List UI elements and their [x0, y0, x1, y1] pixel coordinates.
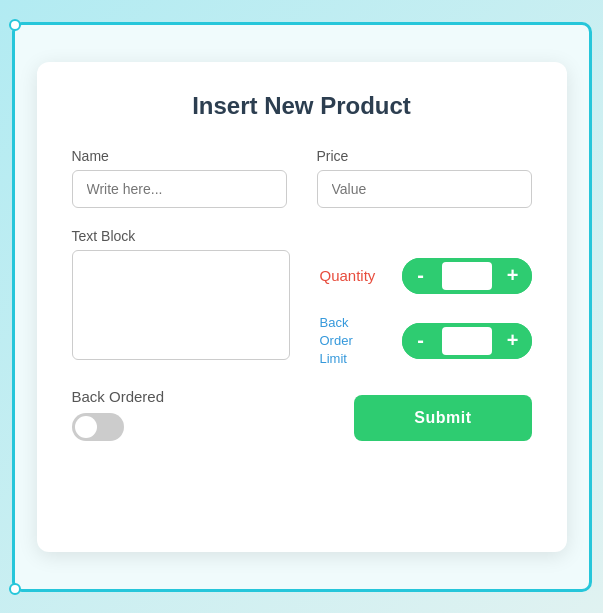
text-block-form-group: Text Block	[72, 228, 290, 360]
right-middle: Quantity - + BackOrderLimit - +	[320, 228, 532, 369]
quantity-value[interactable]	[442, 262, 492, 290]
price-input[interactable]	[317, 170, 532, 208]
back-ordered-toggle[interactable]	[72, 413, 124, 441]
submit-button[interactable]: Submit	[354, 395, 531, 441]
back-ordered-label: Back Ordered	[72, 388, 165, 405]
price-label: Price	[317, 148, 532, 164]
toggle-slider	[72, 413, 124, 441]
back-order-label: BackOrderLimit	[320, 314, 390, 369]
name-group: Name	[72, 148, 287, 208]
quantity-stepper: - +	[402, 258, 532, 294]
back-order-stepper: - +	[402, 323, 532, 359]
name-input[interactable]	[72, 170, 287, 208]
back-order-row: BackOrderLimit - +	[320, 314, 532, 369]
middle-section: Text Block Quantity - + BackOrderLimit	[72, 228, 532, 369]
back-order-minus-button[interactable]: -	[402, 323, 440, 359]
price-group: Price	[317, 148, 532, 208]
quantity-row: Quantity - +	[320, 258, 532, 294]
form-card: Insert New Product Name Price Text Block	[37, 62, 567, 552]
name-price-row: Name Price	[72, 148, 532, 208]
back-ordered-section: Back Ordered	[72, 388, 165, 441]
text-block-group: Text Block	[72, 228, 290, 369]
text-block-label: Text Block	[72, 228, 290, 244]
dot-bottom-left	[9, 583, 21, 595]
bottom-row: Back Ordered Submit	[72, 388, 532, 441]
dot-top-left	[9, 19, 21, 31]
name-label: Name	[72, 148, 287, 164]
back-order-value[interactable]	[442, 327, 492, 355]
quantity-label: Quantity	[320, 267, 390, 284]
text-block-input[interactable]	[72, 250, 290, 360]
quantity-minus-button[interactable]: -	[402, 258, 440, 294]
quantity-plus-button[interactable]: +	[494, 258, 532, 294]
back-order-plus-button[interactable]: +	[494, 323, 532, 359]
page-title: Insert New Product	[72, 92, 532, 120]
outer-border: Insert New Product Name Price Text Block	[12, 22, 592, 592]
